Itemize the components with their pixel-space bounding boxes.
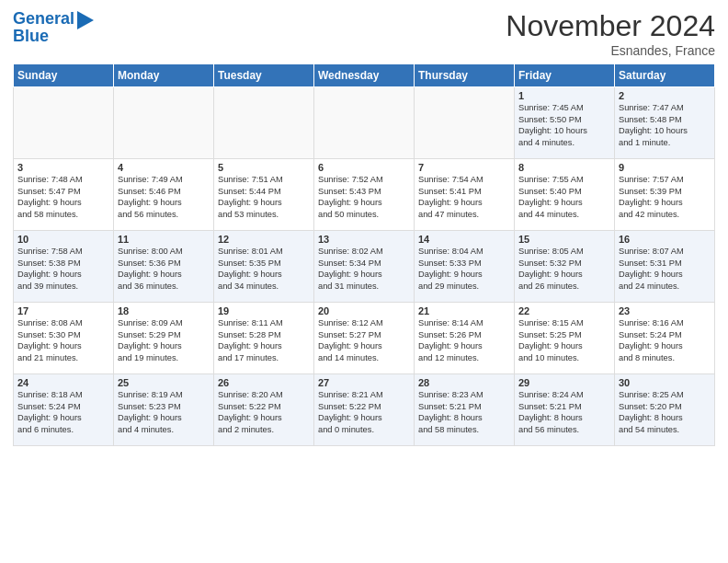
calendar-cell: 7Sunrise: 7:54 AMSunset: 5:41 PMDaylight… bbox=[415, 159, 515, 231]
calendar-cell: 20Sunrise: 8:12 AMSunset: 5:27 PMDayligh… bbox=[314, 303, 415, 374]
calendar-cell: 22Sunrise: 8:15 AMSunset: 5:25 PMDayligh… bbox=[515, 303, 615, 374]
day-info: Sunrise: 7:57 AMSunset: 5:39 PMDaylight:… bbox=[619, 174, 711, 220]
day-info: Sunrise: 7:51 AMSunset: 5:44 PMDaylight:… bbox=[218, 174, 310, 220]
weekday-thursday: Thursday bbox=[415, 64, 515, 87]
day-number: 16 bbox=[619, 234, 711, 245]
day-info: Sunrise: 8:09 AMSunset: 5:29 PMDaylight:… bbox=[118, 317, 210, 363]
week-row-5: 24Sunrise: 8:18 AMSunset: 5:24 PMDayligh… bbox=[14, 374, 715, 446]
calendar-cell: 28Sunrise: 8:23 AMSunset: 5:21 PMDayligh… bbox=[415, 374, 515, 446]
day-info: Sunrise: 8:19 AMSunset: 5:23 PMDaylight:… bbox=[118, 389, 210, 435]
day-number: 20 bbox=[318, 305, 410, 316]
calendar-cell: 18Sunrise: 8:09 AMSunset: 5:29 PMDayligh… bbox=[114, 303, 214, 374]
calendar-cell: 16Sunrise: 8:07 AMSunset: 5:31 PMDayligh… bbox=[615, 231, 715, 303]
day-info: Sunrise: 8:04 AMSunset: 5:33 PMDaylight:… bbox=[418, 246, 510, 292]
title-section: November 2024 Esnandes, France bbox=[506, 9, 715, 58]
calendar-cell: 17Sunrise: 8:08 AMSunset: 5:30 PMDayligh… bbox=[14, 303, 114, 374]
calendar-cell: 6Sunrise: 7:52 AMSunset: 5:43 PMDaylight… bbox=[314, 159, 415, 231]
calendar-header: General Blue November 2024 Esnandes, Fra… bbox=[13, 9, 715, 58]
day-number: 29 bbox=[518, 377, 610, 388]
calendar-cell: 4Sunrise: 7:49 AMSunset: 5:46 PMDaylight… bbox=[114, 159, 214, 231]
day-info: Sunrise: 8:15 AMSunset: 5:25 PMDaylight:… bbox=[518, 317, 610, 363]
calendar-cell: 21Sunrise: 8:14 AMSunset: 5:26 PMDayligh… bbox=[415, 303, 515, 374]
day-number: 4 bbox=[118, 162, 210, 173]
location-subtitle: Esnandes, France bbox=[506, 43, 715, 58]
day-info: Sunrise: 8:18 AMSunset: 5:24 PMDaylight:… bbox=[17, 389, 109, 435]
calendar-cell: 5Sunrise: 7:51 AMSunset: 5:44 PMDaylight… bbox=[214, 159, 314, 231]
calendar-container: General Blue November 2024 Esnandes, Fra… bbox=[0, 0, 728, 452]
calendar-cell: 15Sunrise: 8:05 AMSunset: 5:32 PMDayligh… bbox=[515, 231, 615, 303]
calendar-cell: 9Sunrise: 7:57 AMSunset: 5:39 PMDaylight… bbox=[615, 159, 715, 231]
weekday-monday: Monday bbox=[114, 64, 214, 87]
calendar-body: 1Sunrise: 7:45 AMSunset: 5:50 PMDaylight… bbox=[14, 87, 715, 446]
weekday-saturday: Saturday bbox=[615, 64, 715, 87]
day-info: Sunrise: 8:25 AMSunset: 5:20 PMDaylight:… bbox=[619, 389, 711, 435]
calendar-cell: 1Sunrise: 7:45 AMSunset: 5:50 PMDaylight… bbox=[515, 87, 615, 159]
calendar-cell: 8Sunrise: 7:55 AMSunset: 5:40 PMDaylight… bbox=[515, 159, 615, 231]
weekday-wednesday: Wednesday bbox=[314, 64, 415, 87]
day-info: Sunrise: 8:01 AMSunset: 5:35 PMDaylight:… bbox=[218, 246, 310, 292]
day-info: Sunrise: 7:47 AMSunset: 5:48 PMDaylight:… bbox=[619, 102, 711, 148]
calendar-cell bbox=[114, 87, 214, 159]
calendar-cell: 29Sunrise: 8:24 AMSunset: 5:21 PMDayligh… bbox=[515, 374, 615, 446]
day-number: 24 bbox=[17, 377, 109, 388]
day-info: Sunrise: 8:14 AMSunset: 5:26 PMDaylight:… bbox=[418, 317, 510, 363]
logo: General Blue bbox=[13, 9, 94, 46]
calendar-cell: 25Sunrise: 8:19 AMSunset: 5:23 PMDayligh… bbox=[114, 374, 214, 446]
day-info: Sunrise: 7:45 AMSunset: 5:50 PMDaylight:… bbox=[518, 102, 610, 148]
day-info: Sunrise: 7:54 AMSunset: 5:41 PMDaylight:… bbox=[418, 174, 510, 220]
day-info: Sunrise: 8:08 AMSunset: 5:30 PMDaylight:… bbox=[17, 317, 109, 363]
day-info: Sunrise: 8:20 AMSunset: 5:22 PMDaylight:… bbox=[218, 389, 310, 435]
day-info: Sunrise: 7:52 AMSunset: 5:43 PMDaylight:… bbox=[318, 174, 410, 220]
week-row-4: 17Sunrise: 8:08 AMSunset: 5:30 PMDayligh… bbox=[14, 303, 715, 374]
calendar-cell: 3Sunrise: 7:48 AMSunset: 5:47 PMDaylight… bbox=[14, 159, 114, 231]
day-number: 1 bbox=[518, 90, 610, 101]
day-info: Sunrise: 8:21 AMSunset: 5:22 PMDaylight:… bbox=[318, 389, 410, 435]
logo-blue-text: Blue bbox=[13, 28, 49, 46]
calendar-cell: 23Sunrise: 8:16 AMSunset: 5:24 PMDayligh… bbox=[615, 303, 715, 374]
day-number: 27 bbox=[318, 377, 410, 388]
day-info: Sunrise: 7:49 AMSunset: 5:46 PMDaylight:… bbox=[118, 174, 210, 220]
day-number: 11 bbox=[118, 234, 210, 245]
calendar-cell bbox=[415, 87, 515, 159]
calendar-cell: 13Sunrise: 8:02 AMSunset: 5:34 PMDayligh… bbox=[314, 231, 415, 303]
month-title: November 2024 bbox=[506, 9, 715, 43]
calendar-cell: 30Sunrise: 8:25 AMSunset: 5:20 PMDayligh… bbox=[615, 374, 715, 446]
day-info: Sunrise: 8:11 AMSunset: 5:28 PMDaylight:… bbox=[218, 317, 310, 363]
day-info: Sunrise: 8:02 AMSunset: 5:34 PMDaylight:… bbox=[318, 246, 410, 292]
day-number: 21 bbox=[418, 305, 510, 316]
day-info: Sunrise: 8:23 AMSunset: 5:21 PMDaylight:… bbox=[418, 389, 510, 435]
calendar-cell: 10Sunrise: 7:58 AMSunset: 5:38 PMDayligh… bbox=[14, 231, 114, 303]
calendar-cell: 2Sunrise: 7:47 AMSunset: 5:48 PMDaylight… bbox=[615, 87, 715, 159]
calendar-cell: 12Sunrise: 8:01 AMSunset: 5:35 PMDayligh… bbox=[214, 231, 314, 303]
day-number: 9 bbox=[619, 162, 711, 173]
day-number: 13 bbox=[318, 234, 410, 245]
calendar-cell: 27Sunrise: 8:21 AMSunset: 5:22 PMDayligh… bbox=[314, 374, 415, 446]
day-number: 18 bbox=[118, 305, 210, 316]
calendar-cell: 11Sunrise: 8:00 AMSunset: 5:36 PMDayligh… bbox=[114, 231, 214, 303]
day-number: 3 bbox=[17, 162, 109, 173]
day-number: 23 bbox=[619, 305, 711, 316]
day-info: Sunrise: 8:24 AMSunset: 5:21 PMDaylight:… bbox=[518, 389, 610, 435]
day-number: 7 bbox=[418, 162, 510, 173]
day-info: Sunrise: 7:55 AMSunset: 5:40 PMDaylight:… bbox=[518, 174, 610, 220]
calendar-cell: 26Sunrise: 8:20 AMSunset: 5:22 PMDayligh… bbox=[214, 374, 314, 446]
weekday-header-row: SundayMondayTuesdayWednesdayThursdayFrid… bbox=[14, 64, 715, 87]
day-info: Sunrise: 8:07 AMSunset: 5:31 PMDaylight:… bbox=[619, 246, 711, 292]
day-info: Sunrise: 7:58 AMSunset: 5:38 PMDaylight:… bbox=[17, 246, 109, 292]
day-number: 30 bbox=[619, 377, 711, 388]
day-number: 28 bbox=[418, 377, 510, 388]
calendar-cell bbox=[314, 87, 415, 159]
day-info: Sunrise: 7:48 AMSunset: 5:47 PMDaylight:… bbox=[17, 174, 109, 220]
day-number: 12 bbox=[218, 234, 310, 245]
logo-arrow-icon bbox=[77, 11, 94, 29]
week-row-1: 1Sunrise: 7:45 AMSunset: 5:50 PMDaylight… bbox=[14, 87, 715, 159]
calendar-cell: 19Sunrise: 8:11 AMSunset: 5:28 PMDayligh… bbox=[214, 303, 314, 374]
calendar-cell bbox=[214, 87, 314, 159]
day-number: 8 bbox=[518, 162, 610, 173]
day-info: Sunrise: 8:12 AMSunset: 5:27 PMDaylight:… bbox=[318, 317, 410, 363]
calendar-cell: 24Sunrise: 8:18 AMSunset: 5:24 PMDayligh… bbox=[14, 374, 114, 446]
calendar-table: SundayMondayTuesdayWednesdayThursdayFrid… bbox=[13, 63, 715, 446]
day-number: 17 bbox=[17, 305, 109, 316]
day-number: 6 bbox=[318, 162, 410, 173]
calendar-cell: 14Sunrise: 8:04 AMSunset: 5:33 PMDayligh… bbox=[415, 231, 515, 303]
